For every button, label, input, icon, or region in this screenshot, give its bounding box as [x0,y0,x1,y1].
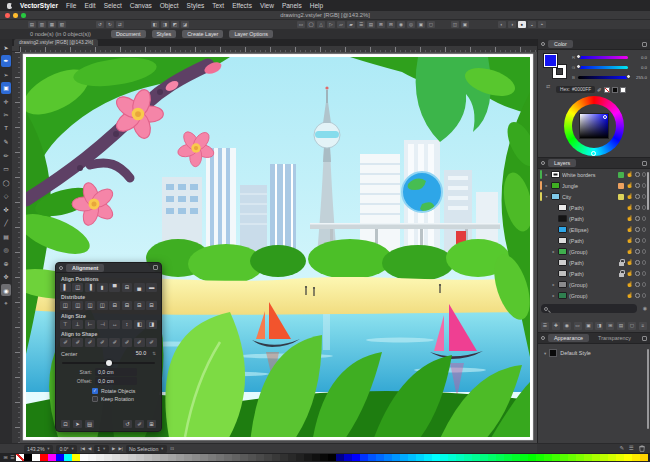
layer-row[interactable]: (Path)☝ [538,268,650,279]
color-swatch[interactable] [304,454,312,461]
menu-select[interactable]: Select [104,2,122,9]
ellipse-tool[interactable]: ◯ [1,176,11,188]
shape-align-3-icon[interactable]: ✐ [85,338,96,347]
polygon-shape-icon[interactable]: ▷ [327,21,335,28]
touch-edit-icon[interactable]: ☝ [626,249,633,255]
color-wheel[interactable] [564,96,624,156]
saturation-value-box[interactable] [579,113,609,139]
color-panel-header[interactable]: Color [538,39,650,50]
next-page-button[interactable]: ▶ [112,446,115,451]
color-swatch[interactable] [592,454,600,461]
layer-filter-icon[interactable]: ▤ [617,322,625,330]
shape-align-5-icon[interactable]: ✐ [109,338,120,347]
color-swatch[interactable] [384,454,392,461]
color-swatch[interactable] [560,454,568,461]
color-swatch[interactable] [608,454,616,461]
target-icon[interactable] [642,216,647,221]
align-options-icon[interactable]: ▤ [85,420,94,428]
target-icon[interactable] [642,271,647,276]
touch-edit-icon[interactable]: ☝ [626,205,633,211]
clip-layer-icon[interactable]: ▢ [628,322,636,330]
black-swatch[interactable] [612,87,618,93]
visibility-icon[interactable] [635,293,640,298]
sv-cursor[interactable] [603,115,607,119]
keep-rotation-checkbox[interactable] [92,396,98,402]
expand-arrow-icon[interactable]: ▸ [544,183,549,188]
color-swatch[interactable] [216,454,224,461]
distribute-gap-v-icon[interactable]: ⊟ [146,301,157,310]
center-value-field[interactable]: 50.0 [132,350,151,357]
appearance-panel-header[interactable]: Appearance Transparency [538,333,650,344]
color-swatch[interactable] [528,454,536,461]
layer-row[interactable]: ▸(Group)☝ [538,279,650,290]
color-swatch[interactable] [360,454,368,461]
slider-knob[interactable] [106,360,112,366]
target-icon[interactable] [642,238,647,243]
color-swatch[interactable] [288,454,296,461]
document-tab[interactable]: drawing2.vstyler [RGB] [@143.2%] [14,39,98,46]
align-v-anchor-icon[interactable]: ▬ [146,283,157,292]
color-swatch[interactable] [208,454,216,461]
create-layer-button[interactable]: Create Layer [182,30,223,38]
visibility-icon[interactable] [635,194,640,199]
overprint-icon[interactable]: ◒ [528,21,536,28]
slider-knob[interactable] [576,54,581,59]
color-swatch[interactable] [312,454,320,461]
layer-row[interactable]: (Path)☝ [538,213,650,224]
eyedropper-tool[interactable]: ⌖ [1,298,11,310]
alignment-panel-header[interactable]: Alignment [56,263,161,273]
palette-menu-icon[interactable]: ☰ [9,454,16,461]
color-swatch[interactable] [400,454,408,461]
last-page-button[interactable]: ▶| [118,446,123,451]
slider-track[interactable] [578,56,628,59]
menu-canvas[interactable]: Canvas [130,2,152,9]
menu-view[interactable]: View [260,2,274,9]
grid-plus-icon[interactable]: ⊞ [377,21,385,28]
panel-dot-icon[interactable] [541,161,545,165]
align-bottom-icon[interactable]: ▄ [134,283,145,292]
align-center-v-icon[interactable]: ⊟ [122,283,133,292]
layer-row[interactable]: (Path)☝ [538,202,650,213]
color-swatch[interactable] [496,454,504,461]
color-swatch[interactable] [416,454,424,461]
target-icon[interactable] [642,172,647,177]
color-swatch[interactable] [160,454,168,461]
shape-align-2-icon[interactable]: ✐ [72,338,83,347]
ring-icon[interactable]: ◎ [407,21,415,28]
visibility-icon[interactable] [635,205,640,210]
color-swatch[interactable] [240,454,248,461]
rectangle-tool[interactable]: ▭ [1,163,11,175]
slider-track[interactable] [578,76,628,79]
appearance-scrollbar[interactable] [647,349,649,429]
apply-alignment-icon[interactable]: ⊞ [147,420,156,428]
layer-row[interactable]: (Path)☝ [538,235,650,246]
touch-edit-icon[interactable]: ☝ [626,271,633,277]
color-swatch[interactable] [32,454,40,461]
filled-shape-icon[interactable]: ▰ [347,21,355,28]
target-icon[interactable] [642,293,647,298]
size-right-icon[interactable]: ◨ [146,320,157,329]
color-swatch[interactable] [576,454,584,461]
size-width-icon[interactable]: ↔ [109,320,120,329]
distribute-center-h-icon[interactable]: ◫ [72,301,83,310]
scissors-tool[interactable]: ✂ [1,109,11,121]
panel-menu-icon[interactable] [642,336,647,341]
undo-icon[interactable]: ↺ [96,21,104,28]
size-width-min-icon[interactable]: ⊤ [60,320,71,329]
touch-edit-icon[interactable]: ☝ [626,260,633,266]
color-swatch[interactable] [632,454,640,461]
save-icon[interactable]: ▦ [48,21,56,28]
trash-icon[interactable] [639,445,645,452]
menu-text[interactable]: Text [212,2,224,9]
color-swatch[interactable] [296,454,304,461]
touch-edit-icon[interactable]: ☝ [626,172,633,178]
size-height-icon[interactable]: ↕ [122,320,133,329]
visibility-icon[interactable] [635,172,640,177]
shape-align-6-icon[interactable]: ✐ [122,338,133,347]
fill-color-well[interactable] [544,54,557,67]
layer-tag-swatch[interactable] [618,183,624,189]
eyedropper-icon[interactable]: ✐ [597,87,602,93]
color-swatch[interactable] [584,454,592,461]
color-swatch[interactable] [224,454,232,461]
shape-align-4-icon[interactable]: ✐ [97,338,108,347]
